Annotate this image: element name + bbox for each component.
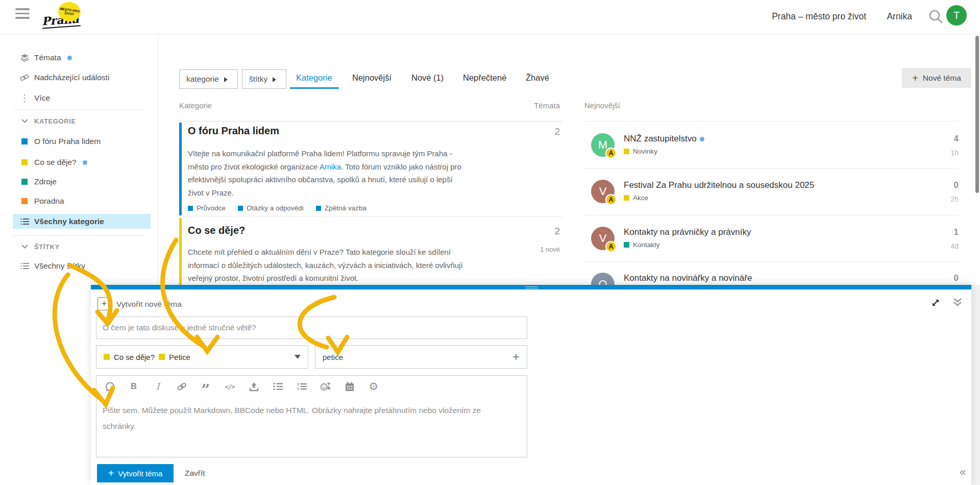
subcategory-color-square bbox=[159, 354, 165, 360]
tab-neprectene[interactable]: Nepřečtené bbox=[463, 73, 506, 83]
chevron-down-icon bbox=[19, 245, 30, 249]
subcategory-list: Průvodce Otázky a odpovědi Zpětná vazba bbox=[188, 204, 366, 212]
fullscreen-icon[interactable] bbox=[931, 298, 940, 309]
unread-dot bbox=[67, 56, 72, 60]
add-tag-icon: + bbox=[512, 351, 520, 363]
subcategory-otazky[interactable]: Otázky a odpovědi bbox=[238, 204, 304, 212]
emoji-icon[interactable] bbox=[321, 381, 331, 392]
forum-page: Praha MĚSTO PRO ŽIVOT Praha – město pro … bbox=[0, 0, 980, 485]
new-topics-badge: 1 nové bbox=[529, 246, 560, 253]
divider bbox=[179, 216, 563, 217]
resize-grip-icon bbox=[525, 286, 538, 288]
upload-icon[interactable] bbox=[249, 381, 259, 392]
arnika-link[interactable]: Arnika bbox=[320, 162, 341, 171]
category-title[interactable]: O fóru Praha lidem bbox=[188, 125, 279, 137]
tag-filter-dropdown[interactable]: štítky bbox=[242, 69, 286, 89]
sidebar-item-all-categories[interactable]: Všechny kategorie bbox=[13, 214, 151, 229]
tab-nove[interactable]: Nové (1) bbox=[411, 73, 444, 83]
code-icon[interactable]: </> bbox=[225, 381, 235, 392]
create-topic-button[interactable]: + Vytvořit téma bbox=[97, 464, 174, 482]
comment-icon[interactable] bbox=[105, 381, 115, 392]
caret-down-icon bbox=[295, 355, 301, 362]
category-topic-count: 2 bbox=[529, 226, 560, 237]
topic-title[interactable]: NNŽ zastupitelstvo bbox=[624, 134, 704, 144]
plus-icon: + bbox=[912, 73, 918, 83]
topic-title[interactable]: Kontakty na právničky a právníky bbox=[624, 227, 751, 237]
category-filter-dropdown[interactable]: kategorie bbox=[179, 69, 238, 89]
link-icon bbox=[19, 74, 30, 81]
site-logo[interactable]: Praha MĚSTO PRO ŽIVOT bbox=[42, 13, 80, 28]
calendar-icon[interactable] bbox=[345, 381, 355, 392]
composer-body-input[interactable]: Pište sem. Můžete použít Markdown, BBCod… bbox=[103, 402, 516, 434]
sidebar-section-stitky[interactable]: ŠTÍTKY bbox=[0, 239, 153, 254]
category-color-square bbox=[19, 179, 30, 185]
divider bbox=[13, 235, 145, 236]
category-color-square bbox=[19, 198, 30, 204]
sidebar-category-o-foru[interactable]: O fóru Praha lidem bbox=[0, 134, 153, 149]
composer: + Vytvořit nové téma Co se děje? Petice … bbox=[91, 285, 971, 485]
site-title[interactable]: Praha – město pro život bbox=[772, 11, 866, 22]
sidebar-item-temata[interactable]: Témata bbox=[0, 51, 153, 65]
user-avatar[interactable]: T bbox=[946, 5, 967, 26]
topic-time: 4d bbox=[928, 242, 959, 250]
collapse-composer-icon[interactable] bbox=[951, 297, 964, 310]
link-icon[interactable] bbox=[177, 381, 187, 392]
divider bbox=[179, 121, 563, 122]
gear-icon[interactable]: ⚙ bbox=[369, 381, 379, 392]
subcategory-zpetna-vazba[interactable]: Zpětná vazba bbox=[316, 204, 366, 212]
sidebar-category-co-se-deje[interactable]: Co se děje? bbox=[0, 155, 153, 169]
sidebar-item-udalosti[interactable]: Nadcházející události bbox=[0, 70, 153, 85]
sidebar-category-zdroje[interactable]: Zdroje bbox=[0, 175, 153, 189]
tab-zhave[interactable]: Žhavé bbox=[526, 73, 549, 83]
latest-header: Nejnovější bbox=[584, 101, 620, 110]
plus-icon: + bbox=[108, 468, 114, 478]
composer-editor: B I ” </> 12 ⚙ Pište sem. Můžete použít … bbox=[96, 375, 527, 457]
scrollbar-thumb[interactable] bbox=[975, 36, 979, 193]
search-icon[interactable] bbox=[928, 9, 943, 24]
bulleted-list-icon[interactable] bbox=[273, 381, 283, 392]
active-tab-underline bbox=[290, 87, 339, 89]
subcategory-pruvodce[interactable]: Průvodce bbox=[188, 204, 226, 212]
sidebar-section-kategorie[interactable]: KATEGORIE bbox=[0, 114, 153, 128]
category-title[interactable]: Co se děje? bbox=[188, 225, 245, 236]
divider bbox=[584, 261, 959, 262]
column-header-temata: Témata bbox=[529, 101, 560, 110]
topic-title-input[interactable] bbox=[96, 317, 527, 339]
sidebar-item-all-tags[interactable]: Všechny štítky bbox=[0, 259, 153, 273]
topic-category[interactable]: Kontakty bbox=[624, 241, 660, 249]
topic-category[interactable]: Novinky bbox=[624, 148, 657, 155]
tab-kategorie[interactable]: Kategorie bbox=[296, 73, 332, 83]
topic-time: 2h bbox=[928, 195, 959, 203]
bold-icon[interactable]: B bbox=[129, 381, 139, 392]
sidebar-item-vice[interactable]: ⋮ Více bbox=[0, 91, 153, 105]
category-select[interactable]: Co se děje? Petice bbox=[96, 345, 308, 369]
list-icon bbox=[19, 262, 30, 270]
avatar-badge: A bbox=[605, 194, 617, 205]
close-composer-button[interactable]: Zavřít bbox=[185, 469, 205, 478]
tab-nejnovejsi[interactable]: Nejnovější bbox=[352, 73, 391, 83]
svg-text:1: 1 bbox=[297, 382, 299, 386]
unread-dot bbox=[83, 160, 87, 165]
hamburger-menu-icon[interactable] bbox=[15, 8, 30, 20]
composer-resize-bar[interactable] bbox=[91, 285, 971, 289]
caret-right-icon bbox=[273, 77, 279, 82]
layers-icon bbox=[19, 54, 30, 62]
numbered-list-icon[interactable]: 12 bbox=[297, 381, 307, 392]
blockquote-icon[interactable]: ” bbox=[201, 381, 211, 392]
topic-title[interactable]: Festival Za Prahu udržitelnou a sousedsk… bbox=[624, 180, 814, 190]
nav-link-arnika[interactable]: Arnika bbox=[887, 11, 912, 22]
topic-title[interactable]: Kontakty na novinářky a novináře bbox=[624, 273, 752, 283]
italic-icon[interactable]: I bbox=[153, 381, 163, 392]
ellipsis-icon: ⋮ bbox=[19, 92, 30, 104]
topic-time: 1h bbox=[928, 149, 959, 157]
page-background bbox=[971, 285, 980, 485]
composer-toolbar: B I ” </> 12 ⚙ bbox=[96, 376, 527, 397]
tag-input[interactable]: petice + bbox=[315, 345, 527, 369]
category-topic-count: 2 bbox=[529, 126, 560, 137]
sidebar-category-poradna[interactable]: Poradna bbox=[0, 194, 153, 208]
new-topic-button[interactable]: + Nové téma bbox=[902, 68, 971, 88]
category-color-bar bbox=[179, 123, 182, 215]
chevrons-left-icon[interactable]: « bbox=[960, 466, 966, 479]
svg-text:2: 2 bbox=[297, 386, 299, 391]
topic-category[interactable]: Akce bbox=[624, 194, 648, 202]
